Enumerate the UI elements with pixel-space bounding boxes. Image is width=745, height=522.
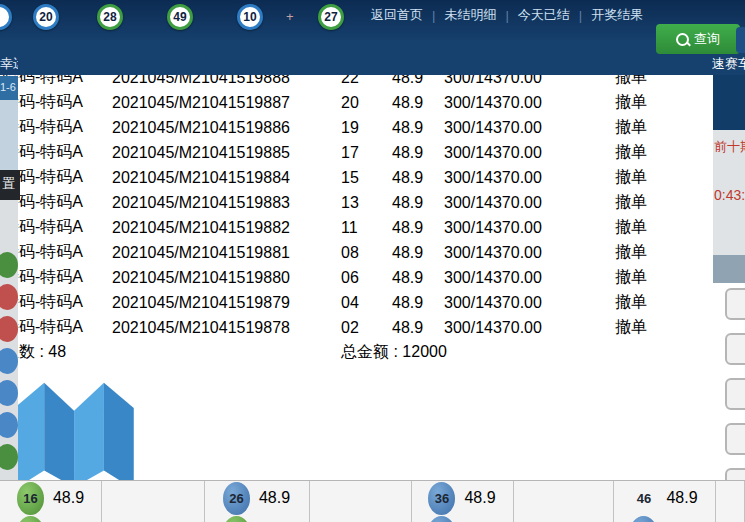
bet-input-cell	[309, 481, 412, 515]
nav-link[interactable]: 开奖结果	[582, 6, 652, 24]
total-cell: 总金额 : 12000	[340, 341, 669, 364]
action-cell: 撤单	[614, 116, 669, 139]
left-game-tab[interactable]: 幸运	[0, 55, 18, 75]
plus-sign: +	[286, 9, 294, 24]
odds-value: 48.9	[392, 169, 423, 186]
bet-input-partial[interactable]	[725, 423, 745, 455]
nav-link[interactable]: 未结明细	[435, 6, 505, 24]
bet-input-cell	[102, 515, 205, 522]
odds-cell: 48.9	[391, 141, 441, 164]
ball-sliver	[0, 284, 18, 310]
table-row: 特码-特码A2021045/M210415198790448.9300/1437…	[2, 291, 669, 314]
amount-cell: 300/14370.00	[443, 291, 612, 314]
lottery-ball: 27	[318, 4, 344, 30]
odds-value: 48.9	[392, 294, 423, 311]
bet-type-cell: 特码-特码A	[2, 241, 109, 264]
nav-link[interactable]: 返回首页	[362, 6, 432, 24]
nav-link[interactable]: 今天已结	[509, 6, 579, 24]
action-cell: 撤单	[614, 141, 669, 164]
amount-cell: 300/14370.00	[443, 316, 612, 339]
ball-sliver	[0, 348, 18, 374]
order-id: /M21041519885	[174, 144, 290, 161]
right-header-strip	[713, 75, 745, 130]
groups-cell: 组数 : 48	[2, 341, 338, 364]
bet-amount: 300	[444, 94, 471, 111]
odds-value: 48.9	[392, 219, 423, 236]
cancel-order-button[interactable]: 撤单	[615, 218, 647, 235]
action-cell: 撤单	[614, 191, 669, 214]
number-odds-cell: 2648.9	[204, 481, 310, 515]
odds-cell: 48.9	[391, 266, 441, 289]
lottery-betting-page: { "header": { "balls": [ {"num": "20", "…	[0, 0, 745, 522]
table-row: 特码-特码A2021045/M210415198780248.9300/1437…	[2, 316, 669, 339]
order-number-cell: 2021045/M21041519887	[111, 91, 338, 114]
bet-input-cell	[715, 515, 745, 522]
number-odds-cell: 3648.9	[411, 481, 514, 515]
bet-input-cell	[513, 481, 614, 515]
order-number-cell: 2021045/M21041519881	[111, 241, 338, 264]
period-number: 2021045	[112, 169, 174, 186]
cancel-order-button[interactable]: 撤单	[615, 268, 647, 285]
bet-input-partial[interactable]	[725, 378, 745, 410]
order-number-cell: 2021045/M21041519882	[111, 216, 338, 239]
number-ball: 16	[17, 482, 44, 515]
cancel-order-button[interactable]: 撤单	[615, 318, 647, 335]
order-id: /M21041519879	[174, 294, 290, 311]
cancel-order-button[interactable]: 撤单	[615, 193, 647, 210]
odds-value: 48.9	[392, 244, 423, 261]
left-settings-tab[interactable]: 置	[0, 170, 20, 200]
modal-body: 特码-特码A2021045/M210415198892448.9300/1437…	[0, 39, 745, 522]
watermark-logo-icon	[0, 366, 150, 491]
order-number-cell: 2021045/M21041519879	[111, 291, 338, 314]
bet-input-partial[interactable]	[725, 333, 745, 365]
table-row: 特码-特码A2021045/M210415198841548.9300/1437…	[2, 166, 669, 189]
number-odds-cell: 1748.9	[0, 515, 102, 522]
cancel-order-button[interactable]: 撤单	[615, 293, 647, 310]
header-nav: 返回首页|未结明细|今天已结|开奖结果	[362, 0, 652, 30]
number-ball: 17	[17, 516, 44, 522]
amount-cell: 300/14370.00	[443, 116, 612, 139]
amount-cell: 300/14370.00	[443, 166, 612, 189]
total-value: 12000	[402, 343, 447, 360]
ball-sliver	[0, 380, 18, 406]
cancel-order-button[interactable]: 撤单	[615, 93, 647, 110]
odds-value: 48.9	[392, 144, 423, 161]
odds-value: 48.9	[392, 269, 423, 286]
total-amount: /14370.00	[471, 169, 542, 186]
period-number: 2021045	[112, 294, 174, 311]
order-id: /M21041519881	[174, 244, 290, 261]
action-cell: 撤单	[614, 216, 669, 239]
total-amount: /14370.00	[471, 94, 542, 111]
right-game-tab[interactable]: 速赛车	[712, 55, 745, 75]
period-number: 2021045	[112, 219, 174, 236]
odds-cell: 48.9	[391, 241, 441, 264]
cancel-order-button[interactable]: 撤单	[615, 243, 647, 260]
period-number: 2021045	[112, 144, 174, 161]
table-row: 特码-特码A2021045/M210415198872048.9300/1437…	[2, 91, 669, 114]
lottery-ball: 10	[237, 4, 263, 30]
total-amount: /14370.00	[471, 219, 542, 236]
order-number-cell: 2021045/M21041519878	[111, 316, 338, 339]
right-band	[713, 255, 745, 283]
bet-number-cell: 08	[340, 241, 389, 264]
bet-number-cell: 19	[340, 116, 389, 139]
left-grid-strip	[0, 200, 18, 480]
bet-amount: 300	[444, 119, 471, 136]
table-row: 特码-特码A2021045/M210415198851748.9300/1437…	[2, 141, 669, 164]
order-id: /M21041519878	[174, 319, 290, 336]
bet-amount: 300	[444, 169, 471, 186]
bet-amount: 300	[444, 319, 471, 336]
bet-type-cell: 特码-特码A	[2, 216, 109, 239]
cancel-order-button[interactable]: 撤单	[615, 118, 647, 135]
search-button[interactable]: 查询	[656, 24, 740, 54]
action-cell: 撤单	[614, 266, 669, 289]
bet-input-partial[interactable]	[725, 288, 745, 320]
bet-details-modal: 最新注单详情 × 特码-特码A2021045/M210415198892448.…	[0, 0, 745, 522]
number-odds-cell: 2748.9	[204, 515, 310, 522]
table-row: 特码-特码A2021045/M210415198821148.9300/1437…	[2, 216, 669, 239]
cancel-order-button[interactable]: 撤单	[615, 143, 647, 160]
header-right-pill[interactable]	[736, 27, 745, 53]
ball-sliver	[0, 444, 18, 470]
period-number: 2021045	[112, 94, 174, 111]
cancel-order-button[interactable]: 撤单	[615, 168, 647, 185]
